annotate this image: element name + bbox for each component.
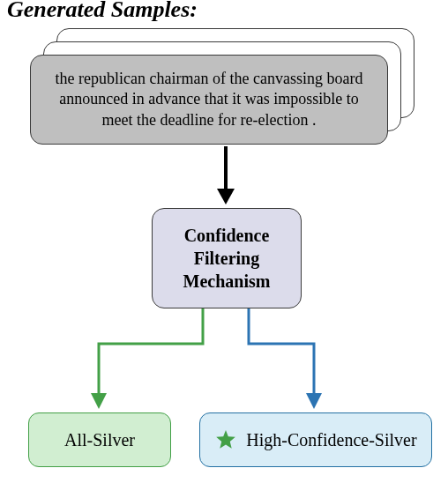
sample-text: the republican chairman of the canvassin… (43, 64, 375, 135)
svg-marker-2 (91, 393, 107, 409)
output-all-silver-label: All-Silver (64, 430, 135, 450)
sample-card-front: the republican chairman of the canvassin… (30, 55, 388, 145)
arrow-samples-to-filter (210, 146, 242, 206)
svg-marker-1 (217, 189, 235, 204)
confidence-filter-box: Confidence Filtering Mechanism (152, 208, 302, 308)
output-high-confidence-silver: High-Confidence-Silver (199, 412, 432, 467)
star-icon (214, 428, 237, 451)
section-title-fragment: Generated Samples: (7, 0, 198, 23)
diagram-canvas: Generated Samples: the republican chairm… (0, 0, 448, 483)
arrow-filter-to-allsilver (88, 308, 238, 414)
svg-marker-4 (217, 430, 236, 449)
output-all-silver: All-Silver (28, 412, 171, 467)
output-high-confidence-silver-label: High-Confidence-Silver (246, 430, 416, 450)
svg-marker-3 (306, 393, 322, 409)
generated-samples-stack: the republican chairman of the canvassin… (30, 28, 418, 141)
arrow-filter-to-hiconf (243, 308, 340, 414)
